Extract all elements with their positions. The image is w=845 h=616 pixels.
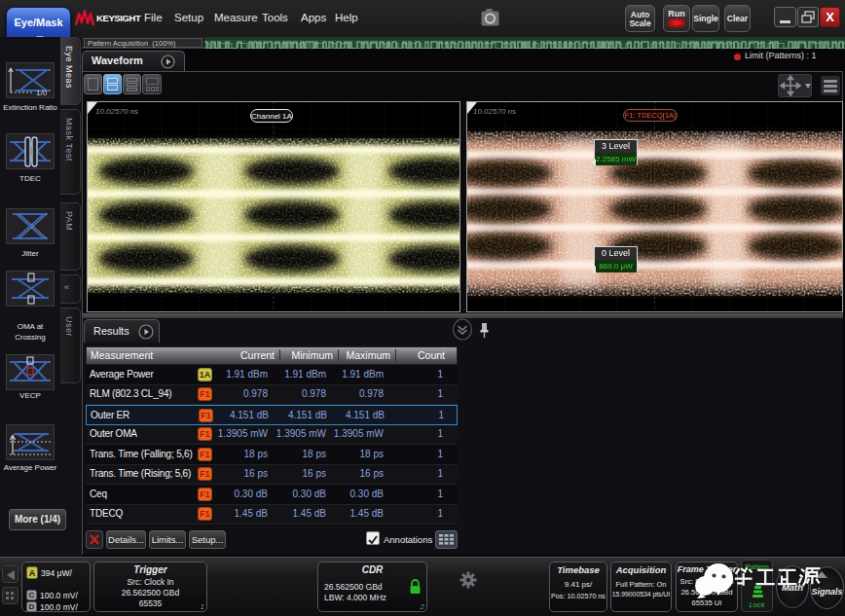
svg-text:1/0: 1/0: [36, 89, 48, 97]
